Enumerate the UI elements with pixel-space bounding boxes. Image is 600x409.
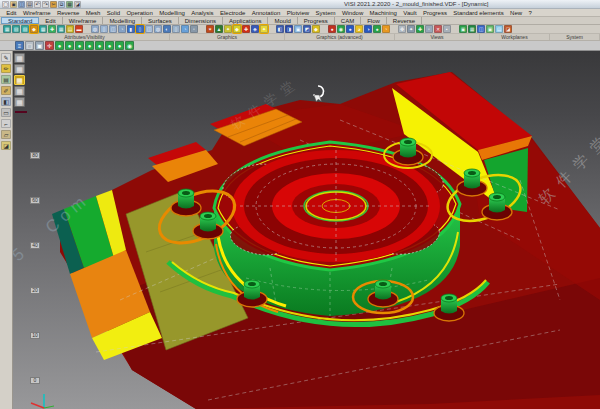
- menu-item-reverse[interactable]: Reverse: [54, 10, 83, 16]
- view-mode-icon-3[interactable]: ▦: [14, 75, 25, 85]
- menu-item-window[interactable]: Window: [339, 10, 367, 16]
- secondary-toolbar-icon-5[interactable]: ●: [55, 41, 64, 50]
- attributes-visibility-icon-6[interactable]: ✚: [48, 25, 56, 33]
- secondary-toolbar-icon-8[interactable]: ●: [85, 41, 94, 50]
- system-icon-3[interactable]: ◫: [477, 25, 485, 33]
- shading-icon-4[interactable]: ◩: [303, 25, 311, 33]
- menu-item-standard-elements[interactable]: Standard elements: [450, 10, 507, 16]
- view-mode-icon-1[interactable]: ▦: [14, 53, 25, 63]
- analysis-icon-7[interactable]: ◔: [382, 25, 390, 33]
- shading-icon-5[interactable]: ◆: [312, 25, 320, 33]
- graphics-icon-4[interactable]: ◔: [118, 25, 126, 33]
- graphics-advanced-icon-5[interactable]: ✚: [242, 25, 250, 33]
- menu-item-progress[interactable]: Progress: [420, 10, 450, 16]
- analysis-icon-1[interactable]: ●: [328, 25, 336, 33]
- system-icon-5[interactable]: ▤: [495, 25, 503, 33]
- attributes-visibility-icon-2[interactable]: ▧: [12, 25, 20, 33]
- system-icon-1[interactable]: ▣: [459, 25, 467, 33]
- menu-item-solid[interactable]: Solid: [104, 10, 124, 16]
- menu-item-modelling[interactable]: Modelling: [156, 10, 188, 16]
- menu-item-?[interactable]: ?: [525, 10, 535, 16]
- system-icon-6[interactable]: ◪: [504, 25, 512, 33]
- attributes-visibility-icon-4[interactable]: ◆: [30, 25, 38, 33]
- tab-modelling[interactable]: Modelling: [103, 17, 142, 24]
- graphics-icon-1[interactable]: ◍: [91, 25, 99, 33]
- secondary-toolbar-icon-2[interactable]: ▢: [25, 41, 34, 50]
- tab-flow[interactable]: Flow: [361, 17, 387, 24]
- open-file-icon[interactable]: ▣: [10, 1, 17, 8]
- shading-icon-3[interactable]: ▣: [294, 25, 302, 33]
- menu-item-operation[interactable]: Operation: [123, 10, 156, 16]
- folder-icon[interactable]: ◪: [1, 141, 11, 150]
- workplanes-icon-4[interactable]: ▫: [425, 25, 433, 33]
- secondary-toolbar-icon-4[interactable]: ✛: [45, 41, 54, 50]
- edit-curve-icon[interactable]: ✏: [1, 64, 11, 73]
- view-mode-icon-4[interactable]: ▦: [14, 86, 25, 96]
- workplanes-icon-5[interactable]: ✕: [434, 25, 442, 33]
- menu-item-plotview[interactable]: Plotview: [284, 10, 313, 16]
- menu-item-wireframe[interactable]: Wireframe: [20, 10, 54, 16]
- copy-icon[interactable]: ⧉: [58, 1, 65, 8]
- attributes-visibility-icon-5[interactable]: ▩: [39, 25, 47, 33]
- workplanes-icon-6[interactable]: ▪: [443, 25, 451, 33]
- menu-item-edit[interactable]: Edit: [3, 10, 20, 16]
- analysis-icon-5[interactable]: ◑: [364, 25, 372, 33]
- attributes-visibility-icon-9[interactable]: ▬: [75, 25, 83, 33]
- secondary-toolbar-icon-7[interactable]: ●: [75, 41, 84, 50]
- tab-surfaces[interactable]: Surfaces: [142, 17, 179, 24]
- attributes-visibility-icon-7[interactable]: ▦: [57, 25, 65, 33]
- graphics-advanced-icon-6[interactable]: ◈: [251, 25, 259, 33]
- workplanes-icon-3[interactable]: ✚: [416, 25, 424, 33]
- tab-progress[interactable]: Progress: [298, 17, 335, 24]
- cut-icon[interactable]: ✂: [50, 1, 57, 8]
- graphics-icon-10[interactable]: ▯: [172, 25, 180, 33]
- sketch-icon[interactable]: ✎: [1, 53, 11, 62]
- graphics-advanced-icon-3[interactable]: ✦: [224, 25, 232, 33]
- secondary-toolbar-icon-6[interactable]: ●: [65, 41, 74, 50]
- tab-edit[interactable]: Edit: [39, 17, 62, 24]
- shading-icon-1[interactable]: ◧: [276, 25, 284, 33]
- analysis-icon-6[interactable]: ●: [373, 25, 381, 33]
- menu-item-mesh[interactable]: Mesh: [82, 10, 103, 16]
- annotate-icon[interactable]: ✐: [1, 86, 11, 95]
- tab-wireframe[interactable]: Wireframe: [63, 17, 104, 24]
- graphics-advanced-icon-4[interactable]: ◆: [233, 25, 241, 33]
- model-canvas[interactable]: 软件学堂 软件学堂 5 . Com: [13, 51, 600, 409]
- print-icon[interactable]: ▤: [26, 1, 33, 8]
- attributes-visibility-icon-8[interactable]: ▤: [66, 25, 74, 33]
- tab-dimensions[interactable]: Dimensions: [179, 17, 223, 24]
- shading-icon-2[interactable]: ◨: [285, 25, 293, 33]
- secondary-toolbar-icon-11[interactable]: ●: [115, 41, 124, 50]
- graphics-icon-2[interactable]: ▯: [100, 25, 108, 33]
- half-view-icon[interactable]: ◧: [1, 97, 11, 106]
- graphics-advanced-icon-1[interactable]: ✶: [206, 25, 214, 33]
- secondary-toolbar-icon-9[interactable]: ●: [95, 41, 104, 50]
- view-mode-icon-2[interactable]: ▦: [14, 64, 25, 74]
- menu-item-annotation[interactable]: Annotation: [249, 10, 284, 16]
- tab-standard[interactable]: Standard: [1, 17, 39, 24]
- save-icon[interactable]: ◫: [18, 1, 25, 8]
- menu-item-analysis[interactable]: Analysis: [188, 10, 217, 16]
- undo-icon[interactable]: ↶: [34, 1, 41, 8]
- graphics-icon-5[interactable]: ▮: [127, 25, 135, 33]
- tab-mould[interactable]: Mould: [268, 17, 297, 24]
- menu-item-system[interactable]: System: [312, 10, 338, 16]
- plane-icon[interactable]: ▱: [1, 130, 11, 139]
- layers-icon[interactable]: ▤: [1, 75, 11, 84]
- tab-reverse[interactable]: Reverse: [387, 17, 422, 24]
- section-icon[interactable]: ▭: [1, 108, 11, 117]
- menu-item-electrode[interactable]: Electrode: [217, 10, 249, 16]
- workplanes-icon-2[interactable]: ✦: [407, 25, 415, 33]
- graphics-advanced-icon-2[interactable]: ▲: [215, 25, 223, 33]
- graphics-advanced-icon-7[interactable]: ✦: [260, 25, 268, 33]
- system-icon-4[interactable]: ▣: [486, 25, 494, 33]
- graphics-icon-11[interactable]: ◔: [181, 25, 189, 33]
- graphics-icon-8[interactable]: ◍: [154, 25, 162, 33]
- graphics-icon-6[interactable]: ▯: [136, 25, 144, 33]
- analysis-icon-3[interactable]: ●: [346, 25, 354, 33]
- menu-item-machining[interactable]: Machining: [366, 10, 400, 16]
- graphics-icon-3[interactable]: ◫: [109, 25, 117, 33]
- view-mode-icon-5[interactable]: ▦: [14, 97, 25, 107]
- grid-icon[interactable]: ▦: [66, 1, 73, 8]
- measure-icon[interactable]: ⌐: [1, 119, 11, 128]
